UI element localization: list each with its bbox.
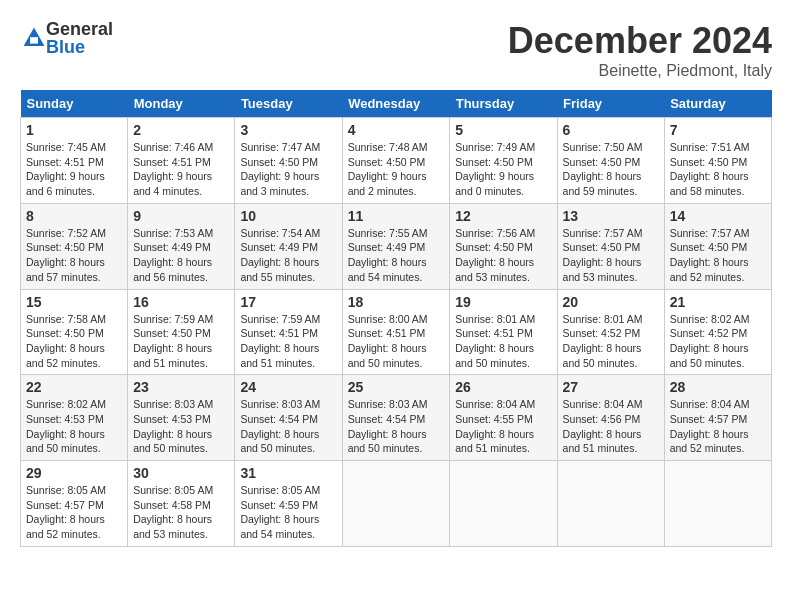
day-number: 11 [348, 208, 445, 224]
day-number: 19 [455, 294, 551, 310]
calendar-cell: 5 Sunrise: 7:49 AM Sunset: 4:50 PM Dayli… [450, 118, 557, 204]
day-number: 27 [563, 379, 659, 395]
calendar-cell [664, 461, 771, 547]
calendar: Sunday Monday Tuesday Wednesday Thursday… [20, 90, 772, 547]
day-number: 3 [240, 122, 336, 138]
day-info: Sunrise: 8:04 AM Sunset: 4:55 PM Dayligh… [455, 397, 551, 456]
day-info: Sunrise: 7:46 AM Sunset: 4:51 PM Dayligh… [133, 140, 229, 199]
logo-blue-text: Blue [46, 38, 113, 56]
calendar-cell: 2 Sunrise: 7:46 AM Sunset: 4:51 PM Dayli… [128, 118, 235, 204]
day-info: Sunrise: 8:05 AM Sunset: 4:57 PM Dayligh… [26, 483, 122, 542]
calendar-cell: 23 Sunrise: 8:03 AM Sunset: 4:53 PM Dayl… [128, 375, 235, 461]
logo-text: General Blue [46, 20, 113, 56]
day-info: Sunrise: 8:04 AM Sunset: 4:56 PM Dayligh… [563, 397, 659, 456]
day-info: Sunrise: 7:54 AM Sunset: 4:49 PM Dayligh… [240, 226, 336, 285]
calendar-cell: 11 Sunrise: 7:55 AM Sunset: 4:49 PM Dayl… [342, 203, 450, 289]
calendar-cell: 28 Sunrise: 8:04 AM Sunset: 4:57 PM Dayl… [664, 375, 771, 461]
calendar-cell: 30 Sunrise: 8:05 AM Sunset: 4:58 PM Dayl… [128, 461, 235, 547]
calendar-cell [557, 461, 664, 547]
calendar-row: 15 Sunrise: 7:58 AM Sunset: 4:50 PM Dayl… [21, 289, 772, 375]
location: Beinette, Piedmont, Italy [508, 62, 772, 80]
day-number: 13 [563, 208, 659, 224]
day-info: Sunrise: 8:00 AM Sunset: 4:51 PM Dayligh… [348, 312, 445, 371]
header: General Blue December 2024 Beinette, Pie… [20, 20, 772, 80]
day-info: Sunrise: 7:45 AM Sunset: 4:51 PM Dayligh… [26, 140, 122, 199]
day-number: 28 [670, 379, 766, 395]
calendar-cell: 27 Sunrise: 8:04 AM Sunset: 4:56 PM Dayl… [557, 375, 664, 461]
day-number: 21 [670, 294, 766, 310]
calendar-cell: 18 Sunrise: 8:00 AM Sunset: 4:51 PM Dayl… [342, 289, 450, 375]
calendar-cell: 7 Sunrise: 7:51 AM Sunset: 4:50 PM Dayli… [664, 118, 771, 204]
calendar-cell: 21 Sunrise: 8:02 AM Sunset: 4:52 PM Dayl… [664, 289, 771, 375]
day-number: 23 [133, 379, 229, 395]
day-number: 29 [26, 465, 122, 481]
day-number: 10 [240, 208, 336, 224]
day-info: Sunrise: 8:02 AM Sunset: 4:53 PM Dayligh… [26, 397, 122, 456]
day-info: Sunrise: 8:02 AM Sunset: 4:52 PM Dayligh… [670, 312, 766, 371]
calendar-cell: 17 Sunrise: 7:59 AM Sunset: 4:51 PM Dayl… [235, 289, 342, 375]
day-number: 16 [133, 294, 229, 310]
day-number: 22 [26, 379, 122, 395]
calendar-cell: 22 Sunrise: 8:02 AM Sunset: 4:53 PM Dayl… [21, 375, 128, 461]
day-info: Sunrise: 8:01 AM Sunset: 4:52 PM Dayligh… [563, 312, 659, 371]
day-info: Sunrise: 8:04 AM Sunset: 4:57 PM Dayligh… [670, 397, 766, 456]
day-info: Sunrise: 7:57 AM Sunset: 4:50 PM Dayligh… [670, 226, 766, 285]
day-number: 20 [563, 294, 659, 310]
day-number: 7 [670, 122, 766, 138]
calendar-cell: 4 Sunrise: 7:48 AM Sunset: 4:50 PM Dayli… [342, 118, 450, 204]
col-monday: Monday [128, 90, 235, 118]
day-number: 25 [348, 379, 445, 395]
calendar-cell [450, 461, 557, 547]
col-sunday: Sunday [21, 90, 128, 118]
calendar-cell: 19 Sunrise: 8:01 AM Sunset: 4:51 PM Dayl… [450, 289, 557, 375]
calendar-cell [342, 461, 450, 547]
calendar-cell: 29 Sunrise: 8:05 AM Sunset: 4:57 PM Dayl… [21, 461, 128, 547]
day-info: Sunrise: 7:59 AM Sunset: 4:50 PM Dayligh… [133, 312, 229, 371]
calendar-cell: 13 Sunrise: 7:57 AM Sunset: 4:50 PM Dayl… [557, 203, 664, 289]
day-info: Sunrise: 8:03 AM Sunset: 4:54 PM Dayligh… [240, 397, 336, 456]
day-info: Sunrise: 7:48 AM Sunset: 4:50 PM Dayligh… [348, 140, 445, 199]
svg-rect-1 [30, 37, 38, 43]
day-number: 31 [240, 465, 336, 481]
day-number: 9 [133, 208, 229, 224]
calendar-cell: 16 Sunrise: 7:59 AM Sunset: 4:50 PM Dayl… [128, 289, 235, 375]
calendar-row: 8 Sunrise: 7:52 AM Sunset: 4:50 PM Dayli… [21, 203, 772, 289]
day-number: 18 [348, 294, 445, 310]
calendar-cell: 9 Sunrise: 7:53 AM Sunset: 4:49 PM Dayli… [128, 203, 235, 289]
calendar-row: 29 Sunrise: 8:05 AM Sunset: 4:57 PM Dayl… [21, 461, 772, 547]
calendar-cell: 3 Sunrise: 7:47 AM Sunset: 4:50 PM Dayli… [235, 118, 342, 204]
calendar-cell: 12 Sunrise: 7:56 AM Sunset: 4:50 PM Dayl… [450, 203, 557, 289]
day-info: Sunrise: 7:50 AM Sunset: 4:50 PM Dayligh… [563, 140, 659, 199]
day-info: Sunrise: 7:55 AM Sunset: 4:49 PM Dayligh… [348, 226, 445, 285]
day-info: Sunrise: 8:03 AM Sunset: 4:54 PM Dayligh… [348, 397, 445, 456]
calendar-cell: 26 Sunrise: 8:04 AM Sunset: 4:55 PM Dayl… [450, 375, 557, 461]
calendar-cell: 15 Sunrise: 7:58 AM Sunset: 4:50 PM Dayl… [21, 289, 128, 375]
day-number: 26 [455, 379, 551, 395]
day-number: 15 [26, 294, 122, 310]
day-number: 30 [133, 465, 229, 481]
day-info: Sunrise: 8:05 AM Sunset: 4:58 PM Dayligh… [133, 483, 229, 542]
calendar-row: 1 Sunrise: 7:45 AM Sunset: 4:51 PM Dayli… [21, 118, 772, 204]
calendar-cell: 31 Sunrise: 8:05 AM Sunset: 4:59 PM Dayl… [235, 461, 342, 547]
day-number: 1 [26, 122, 122, 138]
day-info: Sunrise: 7:56 AM Sunset: 4:50 PM Dayligh… [455, 226, 551, 285]
col-tuesday: Tuesday [235, 90, 342, 118]
col-thursday: Thursday [450, 90, 557, 118]
calendar-cell: 14 Sunrise: 7:57 AM Sunset: 4:50 PM Dayl… [664, 203, 771, 289]
calendar-cell: 24 Sunrise: 8:03 AM Sunset: 4:54 PM Dayl… [235, 375, 342, 461]
calendar-cell: 20 Sunrise: 8:01 AM Sunset: 4:52 PM Dayl… [557, 289, 664, 375]
day-info: Sunrise: 7:59 AM Sunset: 4:51 PM Dayligh… [240, 312, 336, 371]
calendar-cell: 6 Sunrise: 7:50 AM Sunset: 4:50 PM Dayli… [557, 118, 664, 204]
day-info: Sunrise: 7:51 AM Sunset: 4:50 PM Dayligh… [670, 140, 766, 199]
day-info: Sunrise: 7:49 AM Sunset: 4:50 PM Dayligh… [455, 140, 551, 199]
calendar-body: 1 Sunrise: 7:45 AM Sunset: 4:51 PM Dayli… [21, 118, 772, 547]
calendar-row: 22 Sunrise: 8:02 AM Sunset: 4:53 PM Dayl… [21, 375, 772, 461]
day-info: Sunrise: 7:53 AM Sunset: 4:49 PM Dayligh… [133, 226, 229, 285]
calendar-cell: 25 Sunrise: 8:03 AM Sunset: 4:54 PM Dayl… [342, 375, 450, 461]
day-info: Sunrise: 7:57 AM Sunset: 4:50 PM Dayligh… [563, 226, 659, 285]
day-info: Sunrise: 7:52 AM Sunset: 4:50 PM Dayligh… [26, 226, 122, 285]
calendar-cell: 8 Sunrise: 7:52 AM Sunset: 4:50 PM Dayli… [21, 203, 128, 289]
logo: General Blue [20, 20, 113, 56]
day-number: 4 [348, 122, 445, 138]
day-info: Sunrise: 7:58 AM Sunset: 4:50 PM Dayligh… [26, 312, 122, 371]
